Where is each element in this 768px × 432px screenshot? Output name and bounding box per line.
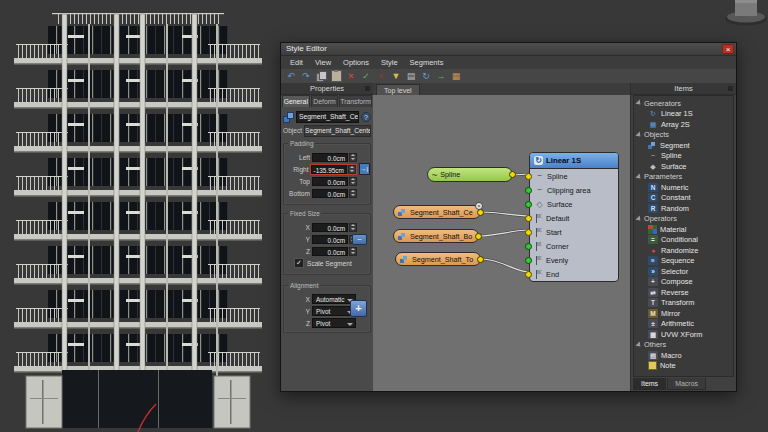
node-canvas[interactable]: ~ Spline Segment_Shaft_Ce × Segment_Shaf… — [373, 95, 631, 391]
help-button[interactable]: ? — [361, 112, 371, 122]
paste-button[interactable] — [329, 70, 343, 82]
node-segment-center[interactable]: Segment_Shaft_Ce × — [393, 205, 481, 219]
item-linear-1s[interactable]: ↻Linear 1S — [636, 109, 733, 120]
pin-icon[interactable] — [728, 86, 733, 91]
spline-output-port[interactable] — [509, 171, 516, 178]
style-editor-window: Style Editor × Edit View Options Style S… — [280, 42, 737, 392]
segment-top-output-port[interactable] — [477, 256, 484, 263]
uvw-xform-icon: ▦ — [648, 330, 658, 339]
tab-items[interactable]: Items — [633, 378, 666, 390]
item-reverse[interactable]: ⇄Reverse — [636, 287, 733, 298]
item-mirror[interactable]: MMirror — [636, 308, 733, 319]
close-button[interactable]: × — [722, 44, 734, 54]
tab-macros[interactable]: Macros — [667, 378, 706, 390]
item-surface[interactable]: ◆Surface — [636, 161, 733, 172]
item-macro[interactable]: ▤Macro — [636, 350, 733, 361]
surface-icon: ◆ — [648, 162, 658, 171]
padding-top-spinner[interactable] — [349, 177, 357, 186]
scale-segment-checkbox[interactable]: ✓ — [294, 258, 304, 268]
port-default[interactable]: Default — [530, 211, 618, 225]
record-button[interactable]: ● — [374, 70, 388, 82]
apply-button[interactable]: ✓ — [359, 70, 373, 82]
menu-style[interactable]: Style — [376, 57, 403, 68]
spline-node-icon: ~ — [432, 172, 437, 178]
item-note[interactable]: Note — [636, 361, 733, 372]
padding-right-spinner[interactable] — [348, 165, 356, 174]
item-compose[interactable]: +Compose — [636, 277, 733, 288]
item-uvw-xform[interactable]: ▦UVW XForm — [636, 329, 733, 340]
item-conditional[interactable]: =Conditional — [636, 235, 733, 246]
window-titlebar[interactable]: Style Editor × — [281, 43, 736, 56]
item-arithmetic[interactable]: ±Arithmetic — [636, 319, 733, 330]
tab-deform[interactable]: Deform — [311, 95, 339, 107]
tab-general[interactable]: General — [282, 95, 310, 107]
node-linear-1s-generator[interactable]: ↻ Linear 1S ~Spline ~Clipping area ◇Surf… — [529, 152, 619, 282]
port-end[interactable]: End — [530, 267, 618, 281]
menu-edit[interactable]: Edit — [285, 57, 308, 68]
port-corner[interactable]: Corner — [530, 239, 618, 253]
port-clipping-area[interactable]: ~Clipping area — [530, 183, 618, 197]
menu-options[interactable]: Options — [338, 57, 374, 68]
padding-bottom-spinner[interactable] — [349, 189, 357, 198]
item-selector[interactable]: »Selector — [636, 266, 733, 277]
viewcube-widget[interactable] — [720, 0, 768, 28]
port-evenly[interactable]: Evenly — [530, 253, 618, 267]
padding-left-spinner[interactable] — [349, 153, 357, 162]
padding-right-field[interactable]: -135.95cm — [311, 165, 347, 174]
item-randomize[interactable]: ●Randomize — [636, 245, 733, 256]
port-spline[interactable]: ~Spline — [530, 169, 618, 183]
section-generators[interactable]: Generators — [636, 98, 733, 109]
fixed-size-y-field[interactable]: 0.0cm — [312, 235, 348, 244]
item-numeric[interactable]: NNumeric — [636, 182, 733, 193]
port-start[interactable]: Start — [530, 225, 618, 239]
pin-icon[interactable] — [365, 86, 370, 91]
redo-button[interactable]: ↷ — [299, 70, 313, 82]
padding-bottom-field[interactable]: 0.0cm — [312, 189, 348, 198]
apply-icon: ✓ — [362, 71, 370, 81]
segment-name-input[interactable]: Segment_Shaft_Center — [296, 111, 359, 123]
segment-top-label: Segment_Shaft_To — [412, 255, 473, 264]
fixed-size-x-spinner[interactable] — [349, 223, 357, 232]
copy-button[interactable] — [314, 70, 328, 82]
section-others[interactable]: Others — [636, 340, 733, 351]
segment-bottom-output-port[interactable] — [475, 233, 482, 240]
node-segment-bottom[interactable]: Segment_Shaft_Bo — [393, 229, 479, 243]
material-button[interactable]: ▦ — [449, 70, 463, 82]
port-surface[interactable]: ◇Surface — [530, 197, 618, 211]
alignment-z-dropdown[interactable]: Pivot — [312, 318, 356, 328]
export-button[interactable]: → — [434, 70, 448, 82]
item-material[interactable]: Material — [636, 224, 733, 235]
section-operators[interactable]: Operators — [636, 214, 733, 225]
item-transform[interactable]: TTransform — [636, 298, 733, 309]
fixed-size-x-field[interactable]: 0.0cm — [312, 223, 348, 232]
generator-header[interactable]: ↻ Linear 1S — [530, 153, 618, 169]
fixed-size-z-field[interactable]: 0.0cm — [312, 247, 348, 256]
menu-view[interactable]: View — [310, 57, 336, 68]
item-spline[interactable]: ~Spline — [636, 151, 733, 162]
expander-icon — [635, 173, 642, 180]
delete-button[interactable]: × — [344, 70, 358, 82]
node-segment-top[interactable]: Segment_Shaft_To — [395, 252, 481, 266]
undo-button[interactable]: ↶ — [284, 70, 298, 82]
item-sequence[interactable]: ≡Sequence — [636, 256, 733, 267]
link-axes-icon[interactable]: – — [352, 234, 367, 245]
node-spline[interactable]: ~ Spline — [427, 167, 513, 182]
item-constant[interactable]: CConstant — [636, 193, 733, 204]
tab-transform[interactable]: Transform — [339, 95, 372, 107]
item-segment[interactable]: Segment — [636, 140, 733, 151]
padding-top-field[interactable]: 0.0cm — [312, 177, 348, 186]
fixed-size-z-spinner[interactable] — [349, 247, 357, 256]
object-picker-button[interactable]: Segment_Shaft_Center — [304, 125, 371, 137]
menu-segments[interactable]: Segments — [405, 57, 449, 68]
properties-tabs: General Deform Transform — [282, 95, 372, 107]
section-objects[interactable]: Objects — [636, 130, 733, 141]
item-random[interactable]: RRandom — [636, 203, 733, 214]
item-array-2s[interactable]: ▦Array 2S — [636, 119, 733, 130]
material-icon — [648, 225, 657, 234]
export-icon: → — [437, 71, 446, 81]
padding-left-field[interactable]: 0.0cm — [312, 153, 348, 162]
list-button[interactable]: ▤ — [404, 70, 418, 82]
section-parameters[interactable]: Parameters — [636, 172, 733, 183]
filter-button[interactable]: ▼ — [389, 70, 403, 82]
refresh-button[interactable]: ↻ — [419, 70, 433, 82]
